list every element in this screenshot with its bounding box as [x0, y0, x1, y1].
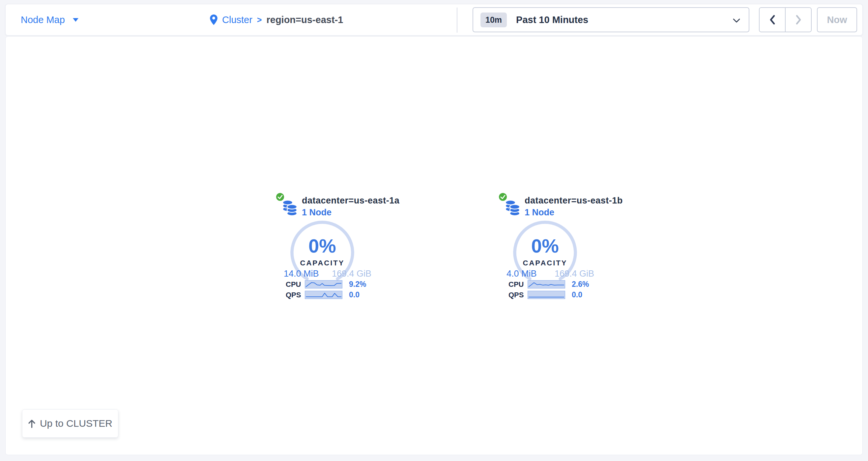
capacity-used: 4.0 MiB [506, 269, 537, 279]
view-selector-dropdown[interactable]: Node Map [21, 4, 79, 35]
qps-metric-row: QPS 0.0 [286, 290, 360, 299]
qps-value: 0.0 [572, 290, 582, 299]
chevron-left-icon [769, 14, 776, 25]
prev-time-button[interactable] [760, 8, 785, 32]
qps-label: QPS [286, 291, 305, 299]
now-button[interactable]: Now [817, 7, 857, 32]
capacity-total: 169.4 GiB [555, 269, 594, 279]
qps-sparkline [305, 291, 342, 299]
up-arrow-icon [28, 419, 36, 428]
datacenter-card-us-east-1b[interactable]: datacenter=us-east-1b 1 Node 0% CAPACITY… [499, 194, 615, 304]
caret-down-icon [73, 18, 79, 22]
location-pin-icon [210, 14, 217, 25]
breadcrumb-separator: > [257, 15, 262, 25]
next-time-button[interactable] [785, 8, 811, 32]
cpu-metric-row: CPU 9.2% [286, 280, 366, 289]
node-map-canvas [5, 36, 863, 455]
capacity-used: 14.0 MiB [284, 269, 319, 279]
breadcrumb-cluster-link[interactable]: Cluster [222, 14, 252, 25]
view-selector-label: Node Map [21, 14, 65, 25]
breadcrumb-current: region=us-east-1 [266, 14, 343, 25]
qps-label: QPS [508, 291, 528, 299]
breadcrumb: Cluster > region=us-east-1 [210, 4, 343, 35]
capacity-percentage: 0% [513, 236, 578, 256]
datacenter-title: datacenter=us-east-1a [302, 196, 399, 206]
cpu-value: 9.2% [349, 280, 366, 289]
header-divider [457, 7, 457, 33]
node-map-page: Node Map Cluster > region=us-east-1 10m … [0, 0, 868, 461]
time-nav-buttons [759, 7, 812, 32]
cpu-metric-row: CPU 2.6% [508, 280, 589, 289]
qps-value: 0.0 [349, 290, 360, 299]
datacenter-title: datacenter=us-east-1b [525, 196, 623, 206]
cpu-label: CPU [286, 280, 305, 289]
qps-metric-row: QPS 0.0 [508, 290, 582, 299]
cpu-sparkline [528, 280, 565, 289]
header-bar: Node Map Cluster > region=us-east-1 10m … [5, 4, 863, 36]
database-stack-icon [281, 198, 297, 216]
cpu-value: 2.6% [572, 280, 589, 289]
time-range-badge: 10m [480, 12, 507, 27]
datacenter-card-us-east-1a[interactable]: datacenter=us-east-1a 1 Node 0% CAPACITY… [276, 194, 392, 304]
up-to-cluster-button[interactable]: Up to CLUSTER [22, 409, 118, 438]
capacity-label: CAPACITY [513, 259, 578, 267]
up-to-cluster-label: Up to CLUSTER [40, 418, 112, 429]
time-range-label: Past 10 Minutes [516, 14, 588, 25]
capacity-label: CAPACITY [290, 259, 355, 267]
capacity-usage-row: 14.0 MiB 169.4 GiB [284, 269, 371, 279]
capacity-percentage: 0% [290, 236, 355, 256]
capacity-usage-row: 4.0 MiB 169.4 GiB [506, 269, 594, 279]
now-button-label: Now [827, 14, 847, 25]
datacenter-node-count: 1 Node [302, 207, 332, 218]
cpu-label: CPU [508, 280, 528, 289]
database-stack-icon [504, 198, 520, 216]
chevron-down-icon [733, 19, 740, 23]
qps-sparkline [528, 291, 565, 299]
time-range-dropdown[interactable]: 10m Past 10 Minutes [472, 7, 749, 32]
capacity-total: 169.4 GiB [332, 269, 371, 279]
chevron-right-icon [795, 14, 802, 25]
cpu-sparkline [305, 280, 342, 289]
datacenter-node-count: 1 Node [525, 207, 554, 218]
